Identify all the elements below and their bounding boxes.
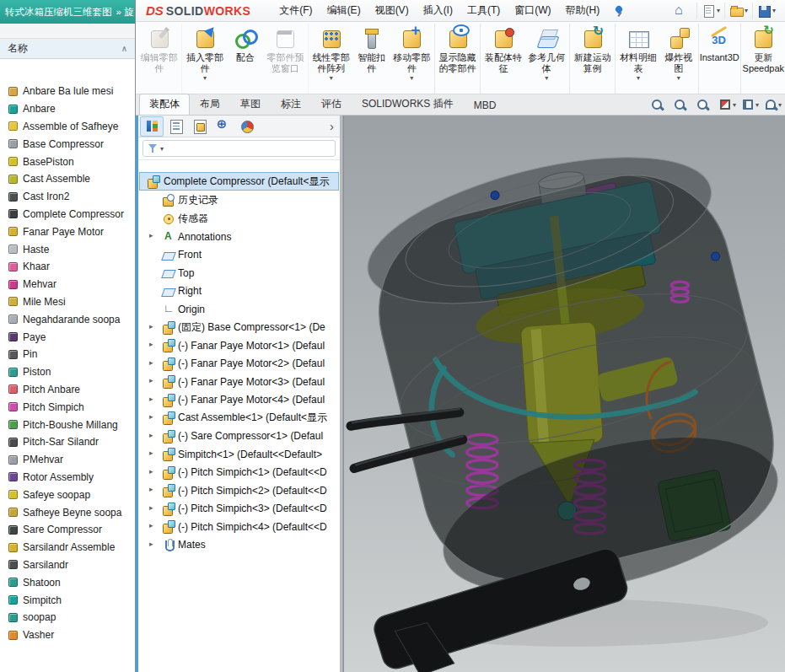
explorer-item[interactable]: Mehvar	[0, 276, 135, 293]
display-style-button[interactable]: ▾	[741, 98, 759, 111]
explorer-item[interactable]: Base Compressor	[0, 135, 135, 153]
tree-root-item[interactable]: Complete Compressor (Default<显示	[139, 172, 339, 191]
ribbon-button[interactable]: 显示隐藏的零部件 ▾	[436, 24, 481, 94]
zoom-fit-button[interactable]: ▾	[650, 98, 668, 111]
open-document-button[interactable]: ▾	[724, 3, 752, 19]
tree-item[interactable]: ▸ (-) Pitch Simpich<1> (Default<<D	[138, 464, 340, 482]
tree-item[interactable]: ▸ (固定) Base Compressor<1> (De	[138, 319, 340, 337]
explorer-item[interactable]: Sarsilandr Assemble	[0, 539, 135, 556]
feature-manager-tab[interactable]	[140, 116, 164, 137]
ribbon-tab[interactable]: 评估	[311, 94, 352, 115]
dimxpert-manager-tab[interactable]	[211, 116, 234, 137]
tree-item[interactable]: ▸ (-) Pitch Simpich<4> (Default<<D	[138, 518, 340, 536]
explorer-item[interactable]: Mile Mesi	[0, 293, 135, 311]
menu-item[interactable]: 窗口(W)	[508, 1, 557, 20]
tree-item[interactable]: ▸ (-) Fanar Paye Motor<4> (Defaul	[138, 391, 340, 410]
ribbon-button[interactable]: 零部件预览窗口 ▾	[264, 24, 309, 94]
expand-arrow-icon[interactable]: ▸	[149, 485, 153, 493]
tree-item[interactable]: ▸ Front	[138, 246, 340, 265]
ribbon-button[interactable]: 爆炸视图 ▾	[660, 24, 699, 94]
explorer-item[interactable]: Complete Compressor	[0, 206, 135, 223]
explorer-item[interactable]: Anbare Ba lule mesi	[0, 83, 135, 100]
configuration-manager-tab[interactable]	[187, 116, 211, 137]
ribbon-button[interactable]: 参考几何体 ▾	[525, 24, 570, 94]
tree-item[interactable]: ▸ (-) Pitch Simpich<3> (Default<<D	[138, 500, 340, 519]
explorer-item[interactable]: Cast Iron2	[0, 188, 135, 206]
tree-item[interactable]: ▸ (-) Fanar Paye Motor<2> (Defaul	[138, 355, 340, 374]
name-column-header[interactable]: 名称 ∧	[0, 39, 135, 59]
menu-item[interactable]: 视图(V)	[368, 1, 416, 20]
panel-flyout-arrow[interactable]: ›	[324, 120, 340, 132]
menu-item[interactable]: 插入(I)	[417, 1, 460, 20]
tree-item[interactable]: ▸ (-) Fanar Paye Motor<1> (Defaul	[138, 336, 340, 355]
section-view-button[interactable]: ▾	[718, 98, 736, 111]
explorer-item[interactable]: Sarsilandr	[0, 556, 135, 574]
explorer-item[interactable]: Pitch-Boushe Millang	[0, 416, 135, 433]
ribbon-tab[interactable]: 草图	[230, 94, 271, 115]
tree-item[interactable]: ▸ (-) Pitch Simpich<2> (Default<<D	[138, 481, 340, 500]
explorer-item[interactable]: PMehvar	[0, 451, 135, 469]
explorer-item[interactable]: Pin	[0, 346, 135, 363]
expand-arrow-icon[interactable]: ▸	[149, 395, 153, 403]
explorer-item[interactable]: Pitch-Sar Silandr	[0, 433, 135, 451]
explorer-item[interactable]: Cast Assemble	[0, 170, 135, 188]
expand-arrow-icon[interactable]: ▸	[149, 431, 153, 439]
tree-item[interactable]: ▸ Origin	[138, 300, 340, 319]
tree-item[interactable]: ▸ 历史记录	[138, 191, 340, 210]
property-manager-tab[interactable]	[164, 116, 187, 137]
explorer-item[interactable]: Safeye soopap	[0, 486, 135, 503]
menu-item[interactable]: 帮助(H)	[559, 1, 607, 20]
ribbon-tab[interactable]: 装配体	[139, 94, 190, 115]
previous-view-button[interactable]: ▾	[696, 98, 713, 111]
ribbon-button[interactable]: 材料明细表 ▾	[616, 24, 659, 94]
tree-item[interactable]: ▸ 传感器	[138, 210, 340, 228]
explorer-item[interactable]: Assemble of Safheye	[0, 118, 135, 136]
ribbon-button[interactable]: 智能扣件 ▾	[352, 24, 390, 94]
new-document-button[interactable]: ▾	[696, 3, 724, 19]
expand-arrow-icon[interactable]: ▸	[149, 503, 153, 512]
expand-arrow-icon[interactable]: ▸	[149, 540, 153, 548]
menu-item[interactable]: 工具(T)	[460, 1, 507, 20]
explorer-item[interactable]: Rotor Assembly	[0, 469, 135, 487]
explorer-item[interactable]: Vasher	[0, 626, 135, 644]
ribbon-tab[interactable]: 标注	[271, 94, 311, 115]
tree-item[interactable]: ▸ (-) Fanar Paye Motor<3> (Defaul	[138, 373, 340, 391]
expand-arrow-icon[interactable]: ▸	[149, 449, 153, 457]
expand-arrow-icon[interactable]: ▸	[149, 231, 153, 239]
ribbon-tab[interactable]: SOLIDWORKS 插件	[352, 94, 464, 115]
tree-item[interactable]: ▸ Top	[138, 264, 340, 282]
zoom-area-button[interactable]: ▾	[673, 98, 691, 111]
ribbon-button[interactable]: 装配体特征 ▾	[481, 24, 524, 94]
ribbon-button[interactable]: 线性零部件阵列 ▾	[309, 24, 352, 94]
tree-item[interactable]: ▸ Simpitch<1> (Default<<Default>	[138, 445, 340, 464]
expand-arrow-icon[interactable]: ▸	[149, 521, 153, 530]
explorer-item[interactable]: Pitch Simpich	[0, 398, 135, 416]
ribbon-button[interactable]: 移动零部件 ▾	[390, 24, 435, 94]
home-button[interactable]: ▾	[669, 3, 696, 19]
explorer-item[interactable]: Negahdarande soopa	[0, 310, 135, 328]
explorer-item[interactable]: Shatoon	[0, 573, 135, 591]
explorer-item[interactable]: Pitch Anbare	[0, 381, 135, 399]
save-button[interactable]: ▾	[752, 3, 780, 19]
explorer-item[interactable]: Piston	[0, 363, 135, 381]
tree-filter-field[interactable]: ▾	[142, 140, 336, 157]
tree-item[interactable]: ▸ Mates	[138, 536, 340, 555]
explorer-item[interactable]: Simpitch	[0, 591, 135, 609]
expand-arrow-icon[interactable]: ▸	[149, 376, 153, 384]
graphics-viewport[interactable]	[344, 116, 785, 672]
menu-item[interactable]: 编辑(E)	[320, 1, 368, 20]
explorer-item[interactable]: BasePiston	[0, 153, 135, 170]
tree-item[interactable]: ▸ Cast Assemble<1> (Default<显示	[138, 409, 340, 427]
pin-menu-icon[interactable]	[613, 5, 625, 17]
explorer-item[interactable]: Paye	[0, 328, 135, 346]
explorer-item[interactable]: Haste	[0, 240, 135, 258]
hide-show-items-button[interactable]: ▾	[764, 98, 782, 111]
expand-arrow-icon[interactable]: ▸	[149, 340, 153, 348]
expand-arrow-icon[interactable]: ▸	[149, 358, 153, 367]
ribbon-tab[interactable]: MBD	[464, 96, 507, 115]
explorer-item[interactable]: Fanar Paye Motor	[0, 223, 135, 240]
explorer-item[interactable]: Sare Compressor	[0, 521, 135, 539]
explorer-item[interactable]: Safheye Beyne soopa	[0, 503, 135, 521]
ribbon-tab[interactable]: 布局	[190, 94, 230, 115]
ribbon-button[interactable]: 插入零部件 ▾	[183, 24, 226, 94]
